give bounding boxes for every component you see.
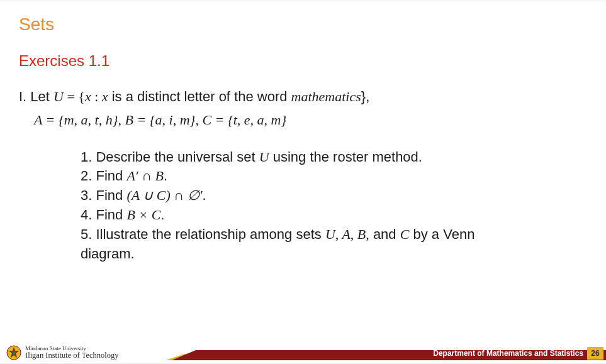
- lead-x2: x: [102, 89, 108, 104]
- q3b: (A ∪ C) ∩ ∅′: [126, 187, 202, 203]
- q5d: C: [400, 226, 410, 242]
- q3a: 3. Find: [81, 187, 126, 203]
- q3c: .: [202, 187, 206, 203]
- q5a: 5. Illustrate the relationship among set…: [81, 226, 325, 242]
- q2b: A′ ∩ B: [126, 168, 164, 184]
- set-A: A: [34, 112, 42, 128]
- university-name: Mindanao State University Iligan Institu…: [25, 346, 119, 360]
- lead-x: x: [85, 89, 91, 104]
- lead-eq: = {: [64, 89, 85, 104]
- exercise-item-5b: diagram.: [81, 245, 587, 264]
- q5b: U, A, B,: [325, 226, 369, 242]
- problem-lead-line1: I. Let U = {x : x is a distinct letter o…: [19, 87, 587, 107]
- footer: Mindanao State University Iligan Institu…: [0, 344, 606, 361]
- q5c: and: [369, 226, 400, 242]
- q1a: 1. Describe the universal set: [81, 149, 259, 165]
- lead-rest: is a distinct letter of the word: [108, 89, 291, 104]
- lead-close: },: [361, 89, 369, 104]
- exercise-item-2: 2. Find A′ ∩ B.: [81, 167, 587, 186]
- q1b: U: [259, 149, 269, 165]
- q4b: B × C: [126, 207, 160, 223]
- lead-colon: :: [91, 89, 102, 104]
- q4c: .: [160, 207, 164, 223]
- exercise-item-5: 5. Illustrate the relationship among set…: [81, 225, 587, 245]
- page-number: 26: [587, 347, 603, 360]
- exercise-list: 1. Describe the universal set U using th…: [19, 148, 587, 264]
- lead-prefix: I. Let: [19, 89, 53, 104]
- set-B-val: = {a, i, m},: [133, 112, 202, 128]
- set-A-val: = {m, a, t, h},: [42, 112, 125, 128]
- exercise-item-3: 3. Find (A ∪ C) ∩ ∅′.: [81, 186, 587, 206]
- footer-ribbon: Department of Mathematics and Statistics…: [125, 345, 606, 360]
- q2c: .: [164, 168, 167, 184]
- lead-word: mathematics: [291, 89, 361, 104]
- set-C-val: = {t, e, a, m}: [211, 112, 286, 128]
- set-B: B: [125, 112, 133, 128]
- uni-bot: Iligan Institute of Technology: [25, 351, 119, 360]
- q5f: diagram.: [81, 246, 135, 262]
- problem-lead-line2: A = {m, a, t, h}, B = {a, i, m}, C = {t,…: [19, 111, 587, 130]
- q2a: 2. Find: [81, 168, 126, 184]
- set-C: C: [202, 112, 211, 128]
- q1c: using the roster method.: [269, 149, 422, 165]
- q4a: 4. Find: [81, 207, 126, 223]
- slide: Sets Exercises 1.1 I. Let U = {x : x is …: [0, 2, 606, 364]
- exercise-item-4: 4. Find B × C.: [81, 206, 587, 225]
- university-logo-icon: [6, 345, 21, 360]
- lead-U: U: [53, 89, 64, 104]
- department-label: Department of Mathematics and Statistics: [433, 346, 583, 360]
- q5e: by a Venn: [409, 226, 474, 242]
- subtitle: Exercises 1.1: [19, 52, 587, 70]
- title: Sets: [19, 14, 587, 35]
- exercise-item-1: 1. Describe the universal set U using th…: [81, 148, 587, 167]
